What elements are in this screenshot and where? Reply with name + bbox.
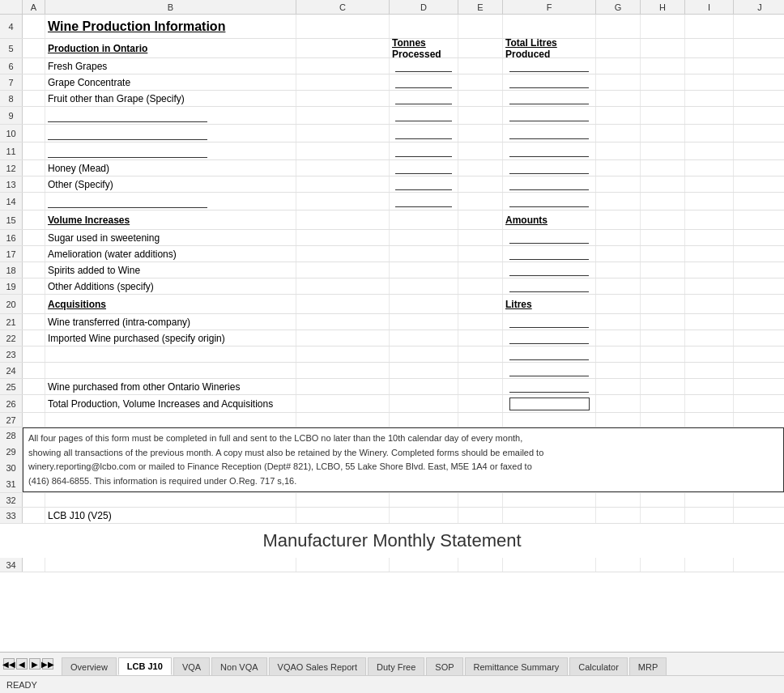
cell-13g xyxy=(596,176,641,192)
cell-4e xyxy=(458,15,503,38)
cell-4a xyxy=(23,15,45,38)
cell-6b: Fresh Grapes xyxy=(45,58,296,74)
cell-13f[interactable] xyxy=(503,176,596,192)
cell-7j xyxy=(734,74,784,90)
rownum-15: 15 xyxy=(0,210,23,229)
cell-13d[interactable] xyxy=(390,176,458,192)
cell-33b: LCB J10 (V25) xyxy=(45,508,296,523)
cell-11g xyxy=(596,142,641,159)
sugar-sweetening-label: Sugar used in sweetening xyxy=(48,232,160,244)
acquisitions-label: Acquisitions xyxy=(48,299,106,310)
cell-21b: Wine transferred (intra-company) xyxy=(45,314,296,329)
cell-26f[interactable] xyxy=(503,395,596,412)
note-rows: 28 29 30 31 All four pages of this form … xyxy=(0,427,784,493)
cell-11b[interactable] xyxy=(45,142,296,159)
cell-12b: Honey (Mead) xyxy=(45,160,296,176)
cell-9b[interactable] xyxy=(45,107,296,124)
cell-15h xyxy=(641,210,685,229)
cell-25f[interactable] xyxy=(503,379,596,394)
cell-11i xyxy=(685,142,734,159)
tab-prev-button[interactable]: ◀ xyxy=(16,658,28,670)
cell-18g xyxy=(596,262,641,278)
rownum-22: 22 xyxy=(0,330,23,346)
cell-33h xyxy=(641,508,685,523)
cell-5i xyxy=(685,39,734,57)
cell-16f[interactable] xyxy=(503,230,596,245)
tab-vqa[interactable]: VQA xyxy=(173,657,210,675)
cell-24f[interactable] xyxy=(503,363,596,378)
cell-11d[interactable] xyxy=(390,142,458,159)
cell-13e xyxy=(458,176,503,192)
cell-8f[interactable] xyxy=(503,91,596,106)
cell-19g xyxy=(596,278,641,294)
cell-7g xyxy=(596,74,641,90)
cell-34j xyxy=(734,558,784,572)
tab-non-vqa[interactable]: Non VQA xyxy=(211,657,266,675)
cell-9f[interactable] xyxy=(503,107,596,124)
cell-12h xyxy=(641,160,685,176)
cell-18f[interactable] xyxy=(503,262,596,278)
tab-calculator[interactable]: Calculator xyxy=(569,657,628,675)
cell-11f[interactable] xyxy=(503,142,596,159)
cell-12d[interactable] xyxy=(390,160,458,176)
tab-overview[interactable]: Overview xyxy=(62,657,117,675)
cell-32b xyxy=(45,493,296,507)
cell-8d[interactable] xyxy=(390,91,458,106)
cell-6j xyxy=(734,58,784,74)
tab-remittance[interactable]: Remittance Summary xyxy=(465,657,569,675)
cell-6f[interactable] xyxy=(503,58,596,74)
cell-24a xyxy=(23,363,45,378)
cell-21f[interactable] xyxy=(503,314,596,329)
cell-32d xyxy=(390,493,458,507)
cell-12f[interactable] xyxy=(503,160,596,176)
tab-mrp[interactable]: MRP xyxy=(629,657,667,675)
cell-33i xyxy=(685,508,734,523)
cell-32f xyxy=(503,493,596,507)
cell-10b[interactable] xyxy=(45,125,296,142)
fresh-grapes-label: Fresh Grapes xyxy=(48,61,107,72)
cell-19f[interactable] xyxy=(503,278,596,294)
cell-23e xyxy=(458,346,503,362)
rownum-14: 14 xyxy=(0,193,23,210)
cell-22f[interactable] xyxy=(503,330,596,346)
tab-vqao-sales[interactable]: VQAO Sales Report xyxy=(269,657,366,675)
cell-14f[interactable] xyxy=(503,193,596,210)
cell-7b: Grape Concentrate xyxy=(45,74,296,90)
cell-17f[interactable] xyxy=(503,246,596,261)
row-4: 4 Wine Production Information xyxy=(0,15,784,39)
cell-6e xyxy=(458,58,503,74)
cell-7d[interactable] xyxy=(390,74,458,90)
cell-7f[interactable] xyxy=(503,74,596,90)
cell-10f[interactable] xyxy=(503,125,596,142)
tab-duty-free[interactable]: Duty Free xyxy=(368,657,424,675)
cell-33e xyxy=(458,508,503,523)
cell-7h xyxy=(641,74,685,90)
cell-15j xyxy=(734,210,784,229)
cell-24e xyxy=(458,363,503,378)
cell-8b: Fruit other than Grape (Specify) xyxy=(45,91,296,106)
tab-last-button[interactable]: ▶▶ xyxy=(42,658,53,670)
cell-14j xyxy=(734,193,784,210)
cell-9d[interactable] xyxy=(390,107,458,124)
tab-lcb-j10[interactable]: LCB J10 xyxy=(118,657,172,675)
col-header-c: C xyxy=(296,0,390,14)
cell-6d[interactable] xyxy=(390,58,458,74)
tab-first-button[interactable]: ◀◀ xyxy=(3,658,15,670)
cell-22b: Imported Wine purchased (specify origin) xyxy=(45,330,296,346)
cell-9h xyxy=(641,107,685,124)
wine-transferred-label: Wine transferred (intra-company) xyxy=(48,317,190,328)
tab-next-button[interactable]: ▶ xyxy=(29,658,40,670)
tab-sop[interactable]: SOP xyxy=(426,657,462,675)
cell-24b xyxy=(45,363,296,378)
cell-10d[interactable] xyxy=(390,125,458,142)
cell-20g xyxy=(596,295,641,313)
cell-15c xyxy=(296,210,390,229)
cell-23f[interactable] xyxy=(503,346,596,362)
cell-21e xyxy=(458,314,503,329)
cell-33c xyxy=(296,508,390,523)
cell-10i xyxy=(685,125,734,142)
cell-12i xyxy=(685,160,734,176)
cell-14d[interactable] xyxy=(390,193,458,210)
col-header-f: F xyxy=(503,0,596,14)
cell-14b[interactable] xyxy=(45,193,296,210)
